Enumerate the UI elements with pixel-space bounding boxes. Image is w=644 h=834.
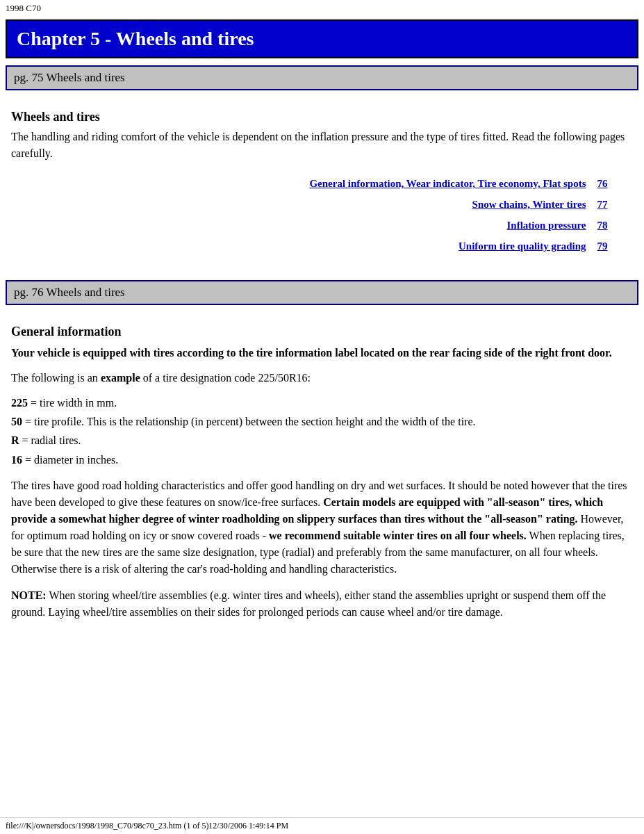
toc-page-4[interactable]: 79 bbox=[592, 240, 608, 252]
page-75-label: pg. 75 Wheels and tires bbox=[14, 71, 125, 84]
general-info-section: General information Your vehicle is equi… bbox=[0, 309, 644, 626]
def-225-bold: 225 bbox=[11, 397, 28, 409]
def-r-text: = radial tires. bbox=[19, 434, 81, 446]
paragraph-2: The tires have good road holding charact… bbox=[11, 477, 633, 578]
def-16-bold: 16 bbox=[11, 454, 22, 466]
definition-list: 225 = tire width in mm. 50 = tire profil… bbox=[11, 393, 633, 469]
note-bold: NOTE: bbox=[11, 589, 47, 601]
def-r: R = radial tires. bbox=[11, 431, 633, 450]
chapter-header: Chapter 5 - Wheels and tires bbox=[6, 19, 638, 58]
example-text-a: The following is an bbox=[11, 372, 101, 384]
def-50: 50 = tire profile. This is the relations… bbox=[11, 412, 633, 431]
toc-row-4: Uniform tire quality grading 79 bbox=[11, 236, 633, 256]
page-76-label: pg. 76 Wheels and tires bbox=[14, 286, 125, 299]
toc-page-2[interactable]: 77 bbox=[592, 199, 608, 210]
page-75-header: pg. 75 Wheels and tires bbox=[6, 65, 638, 90]
toc-link-2[interactable]: Snow chains, Winter tires bbox=[472, 199, 586, 210]
toc-page-3[interactable]: 78 bbox=[592, 220, 608, 231]
def-225: 225 = tire width in mm. bbox=[11, 393, 633, 412]
example-text-c: of a tire designation code 225/50R16: bbox=[140, 372, 311, 384]
def-16-text: = diameter in inches. bbox=[22, 454, 118, 466]
wheels-tires-intro: The handling and riding comfort of the v… bbox=[11, 129, 633, 162]
general-info-bold-intro: Your vehicle is equipped with tires acco… bbox=[11, 345, 633, 361]
general-info-title: General information bbox=[11, 325, 633, 339]
example-paragraph: The following is an example of a tire de… bbox=[11, 370, 633, 386]
example-bold: example bbox=[101, 372, 140, 384]
para2d: we recommend suitable winter tires on al… bbox=[269, 530, 527, 541]
toc-row-2: Snow chains, Winter tires 77 bbox=[11, 194, 633, 215]
chapter-title: Chapter 5 - Wheels and tires bbox=[17, 28, 254, 49]
wheels-tires-section: Wheels and tires The handling and riding… bbox=[0, 95, 644, 273]
toc-link-1[interactable]: General information, Wear indicator, Tir… bbox=[309, 178, 586, 189]
top-bar-label: 1998 C70 bbox=[6, 3, 41, 13]
def-r-bold: R bbox=[11, 434, 19, 446]
def-16: 16 = diameter in inches. bbox=[11, 450, 633, 469]
toc-table: General information, Wear indicator, Tir… bbox=[11, 173, 633, 256]
def-50-bold: 50 bbox=[11, 416, 22, 427]
top-bar: 1998 C70 bbox=[0, 0, 644, 17]
toc-page-1[interactable]: 76 bbox=[592, 178, 608, 189]
page-76-header: pg. 76 Wheels and tires bbox=[6, 280, 638, 305]
status-bar: file:///K|/ownersdocs/1998/1998_C70/98c7… bbox=[0, 817, 644, 834]
def-225-text: = tire width in mm. bbox=[28, 397, 117, 409]
wheels-tires-title: Wheels and tires bbox=[11, 110, 633, 124]
toc-row-1: General information, Wear indicator, Tir… bbox=[11, 173, 633, 194]
toc-row-3: Inflation pressure 78 bbox=[11, 215, 633, 236]
note-text: When storing wheel/tire assemblies (e.g.… bbox=[11, 589, 606, 618]
def-50-text: = tire profile. This is the relationship… bbox=[22, 416, 476, 427]
status-bar-label: file:///K|/ownersdocs/1998/1998_C70/98c7… bbox=[6, 821, 288, 831]
toc-link-3[interactable]: Inflation pressure bbox=[506, 220, 586, 231]
note-paragraph: NOTE: When storing wheel/tire assemblies… bbox=[11, 587, 633, 621]
toc-link-4[interactable]: Uniform tire quality grading bbox=[459, 240, 586, 252]
